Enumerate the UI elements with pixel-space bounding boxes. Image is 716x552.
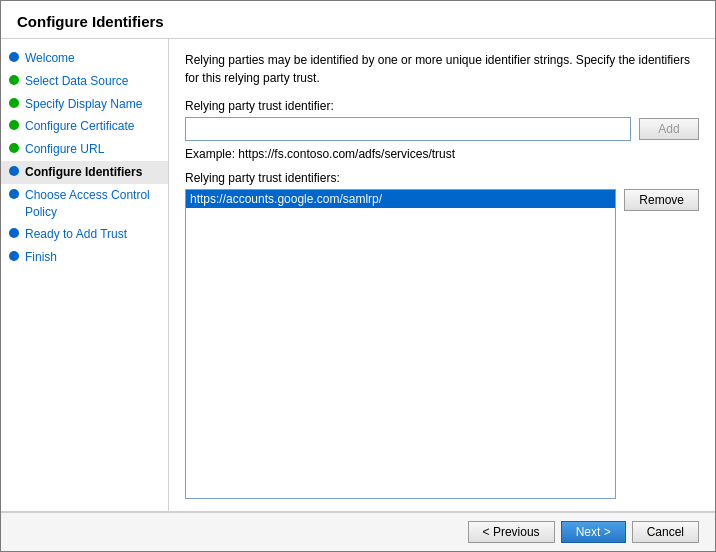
sidebar-item-select-data-source[interactable]: Select Data Source [1, 70, 168, 93]
next-button[interactable]: Next > [561, 521, 626, 543]
dialog-body: Welcome Select Data Source Specify Displ… [1, 39, 715, 511]
sidebar-item-label: Configure Certificate [25, 118, 134, 135]
sidebar-item-configure-certificate[interactable]: Configure Certificate [1, 115, 168, 138]
previous-button[interactable]: < Previous [468, 521, 555, 543]
remove-button[interactable]: Remove [624, 189, 699, 211]
sidebar-item-specify-display-name[interactable]: Specify Display Name [1, 93, 168, 116]
list-item[interactable]: https://accounts.google.com/samlrp/ [186, 190, 615, 208]
dialog-title: Configure Identifiers [1, 1, 715, 38]
select-data-source-dot [9, 75, 19, 85]
finish-dot [9, 251, 19, 261]
example-text: Example: https://fs.contoso.com/adfs/ser… [185, 147, 699, 161]
sidebar-item-welcome[interactable]: Welcome [1, 47, 168, 70]
identifier-field-label: Relying party trust identifier: [185, 99, 699, 113]
cancel-button[interactable]: Cancel [632, 521, 699, 543]
choose-access-control-policy-dot [9, 189, 19, 199]
ready-to-add-trust-dot [9, 228, 19, 238]
sidebar-item-label: Choose Access Control Policy [25, 187, 160, 221]
sidebar-item-label: Ready to Add Trust [25, 226, 127, 243]
identifiers-list-row: https://accounts.google.com/samlrp/ Remo… [185, 189, 699, 499]
sidebar-item-label: Finish [25, 249, 57, 266]
configure-url-dot [9, 143, 19, 153]
configure-identifiers-dialog: Configure Identifiers Welcome Select Dat… [0, 0, 716, 552]
add-button[interactable]: Add [639, 118, 699, 140]
configure-identifiers-dot [9, 166, 19, 176]
sidebar: Welcome Select Data Source Specify Displ… [1, 39, 169, 511]
identifiers-list-label: Relying party trust identifiers: [185, 171, 699, 185]
sidebar-item-label: Welcome [25, 50, 75, 67]
sidebar-item-label: Configure Identifiers [25, 164, 142, 181]
welcome-dot [9, 52, 19, 62]
list-actions: Remove [624, 189, 699, 499]
main-description: Relying parties may be identified by one… [185, 51, 699, 87]
dialog-footer: < Previous Next > Cancel [1, 512, 715, 551]
main-content: Relying parties may be identified by one… [169, 39, 715, 511]
sidebar-item-finish[interactable]: Finish [1, 246, 168, 269]
sidebar-item-configure-url[interactable]: Configure URL [1, 138, 168, 161]
sidebar-item-label: Select Data Source [25, 73, 128, 90]
identifier-input-row: Add [185, 117, 699, 141]
sidebar-item-label: Specify Display Name [25, 96, 142, 113]
configure-certificate-dot [9, 120, 19, 130]
sidebar-item-configure-identifiers[interactable]: Configure Identifiers [1, 161, 168, 184]
identifiers-list[interactable]: https://accounts.google.com/samlrp/ [185, 189, 616, 499]
sidebar-item-ready-to-add-trust[interactable]: Ready to Add Trust [1, 223, 168, 246]
sidebar-item-choose-access-control-policy[interactable]: Choose Access Control Policy [1, 184, 168, 224]
identifier-input[interactable] [185, 117, 631, 141]
sidebar-item-label: Configure URL [25, 141, 104, 158]
specify-display-name-dot [9, 98, 19, 108]
